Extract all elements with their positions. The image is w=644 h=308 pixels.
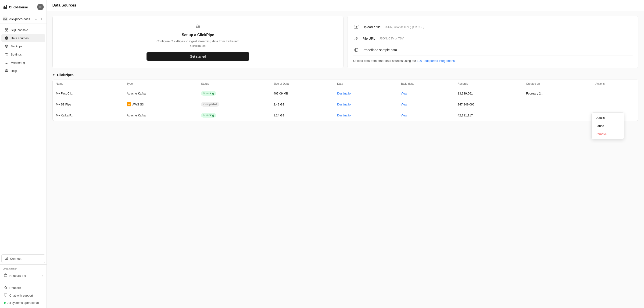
aws-icon: S3 — [127, 102, 131, 106]
avatar[interactable]: CH — [37, 4, 44, 10]
destination-link[interactable]: Destination — [337, 92, 352, 95]
sidebar-item-monitoring[interactable]: Monitoring — [2, 59, 45, 66]
col-data: Data — [334, 80, 398, 88]
dropdown-item-remove[interactable]: Remove — [592, 130, 624, 138]
type-icon: S3 AWS S3 — [127, 102, 144, 106]
add-workspace-button[interactable]: + — [39, 16, 44, 21]
svg-point-12 — [6, 71, 7, 72]
database-icon — [5, 36, 8, 40]
section-toggle-icon[interactable]: ▼ — [52, 73, 55, 77]
row-data[interactable]: Destination — [334, 88, 398, 99]
sidebar-item-label: Data sources — [11, 36, 29, 40]
row-actions[interactable]: ⋮ — [592, 99, 638, 110]
sidebar-item-label: Help — [11, 69, 17, 73]
wave-icon: ≋ — [195, 22, 201, 30]
status-dot-icon — [4, 302, 6, 304]
svg-point-14 — [6, 258, 7, 259]
row-name: My S3 Pipe — [52, 99, 124, 110]
status-label: All systems operational — [8, 301, 39, 305]
link-icon — [353, 35, 360, 42]
org-item[interactable]: Rhubarb Inc › — [3, 272, 44, 279]
sidebar-item-backups[interactable]: Backups — [2, 42, 45, 50]
star-icon — [4, 286, 8, 290]
main-area: Data Sources ≋ Set up a ClickPipe Config… — [47, 0, 644, 308]
sidebar-item-chat-support[interactable]: Chat with support — [3, 292, 44, 299]
org-label: Organization — [3, 267, 44, 270]
sidebar-footer: Rhubarb Chat with support All systems op… — [0, 282, 46, 308]
view-link[interactable]: View — [401, 114, 407, 117]
svg-rect-3 — [7, 30, 8, 31]
upload-card: Upload a file JSON, CSV or TSV (up to 5G… — [347, 16, 638, 68]
connect-icon — [4, 256, 8, 261]
row-data[interactable]: Destination — [334, 99, 398, 110]
chat-icon — [4, 293, 8, 298]
clickpipes-table-container: Name Type Status Size of Data Data Table… — [52, 80, 638, 121]
view-link[interactable]: View — [401, 103, 407, 106]
row-status: Running — [198, 110, 270, 121]
actions-menu-button[interactable]: ⋮ — [596, 102, 602, 107]
clickpipes-section-title: ClickPipes — [57, 73, 74, 77]
sidebar-org: Organization Rhubarb Inc › — [0, 264, 46, 282]
chevron-right-icon: › — [42, 274, 43, 278]
dropdown-item-pause[interactable]: Pause — [592, 122, 624, 130]
row-size: 1.24 GB — [270, 110, 334, 121]
row-type: Apache Kafka — [124, 88, 198, 99]
row-actions[interactable]: ⋮ — [592, 88, 638, 99]
table-row: My First Cli... Apache Kafka Running 407… — [52, 88, 638, 99]
table-row: My S3 Pipe S3 AWS S3 Completed 2.49 GB — [52, 99, 638, 110]
sidebar-item-data-sources[interactable]: Data sources — [2, 34, 45, 42]
predefined-data-option[interactable]: Predefined sample data — [353, 44, 632, 56]
file-url-option[interactable]: File URL JSON, CSV or TSV — [353, 33, 632, 44]
sample-data-icon — [353, 47, 360, 53]
svg-point-8 — [6, 53, 6, 54]
sidebar-nav: SQL console Data sources Backups — [0, 24, 46, 253]
sidebar-item-label: Settings — [11, 53, 22, 56]
row-name: My Kafka P... — [52, 110, 124, 121]
row-type: S3 AWS S3 — [124, 99, 198, 110]
app-name: ClickHouse — [9, 5, 28, 9]
destination-link[interactable]: Destination — [337, 103, 352, 106]
row-records: 247,249,096 — [454, 99, 523, 110]
sidebar-item-help[interactable]: Help — [2, 67, 45, 75]
destination-link[interactable]: Destination — [337, 114, 352, 117]
row-type-label: Apache Kafka — [127, 114, 146, 117]
upload-file-option[interactable]: Upload a file JSON, CSV or TSV (up to 5G… — [353, 21, 632, 33]
clickpipes-table: Name Type Status Size of Data Data Table… — [52, 80, 638, 121]
clickpipe-card-title: Set up a ClickPipe — [182, 33, 214, 37]
row-created: February 2... — [523, 88, 592, 99]
row-records: 13,939,561 — [454, 88, 523, 99]
connect-button[interactable]: Connect — [2, 254, 45, 263]
page-title: Data Sources — [52, 3, 638, 7]
row-records: 42,211,117 — [454, 110, 523, 121]
svg-point-9 — [7, 55, 8, 55]
col-actions: Actions — [592, 80, 638, 88]
row-data[interactable]: Destination — [334, 110, 398, 121]
get-started-button[interactable]: Get started — [146, 52, 249, 61]
sidebar-item-rhubarb[interactable]: Rhubarb — [3, 284, 44, 292]
col-table-data: Table data — [398, 80, 454, 88]
connect-label: Connect — [10, 257, 21, 260]
row-table-data[interactable]: View — [398, 110, 454, 121]
clickpipe-card-description: Configure ClickPipes to ingest streaming… — [156, 39, 240, 48]
actions-menu-button[interactable]: ⋮ — [596, 91, 602, 96]
sidebar-item-sql-console[interactable]: SQL console — [2, 26, 45, 34]
workspace-icon: aws — [3, 16, 8, 21]
svg-rect-2 — [5, 30, 6, 31]
sidebar: ClickHouse CH aws clickpipes-docs ⌄ + SQ… — [0, 0, 47, 308]
status-badge: Running — [201, 91, 216, 96]
sidebar-item-label: Monitoring — [11, 61, 25, 64]
row-name: My First Cli... — [52, 88, 124, 99]
svg-rect-10 — [5, 61, 8, 63]
sidebar-item-label: SQL console — [11, 28, 28, 32]
view-link[interactable]: View — [401, 92, 407, 95]
sidebar-item-settings[interactable]: Settings — [2, 50, 45, 58]
workspace-name: clickpipes-docs — [9, 17, 33, 21]
workspace-selector[interactable]: aws clickpipes-docs ⌄ + — [0, 14, 46, 24]
integration-link[interactable]: 100+ supported integrations. — [417, 59, 456, 63]
dropdown-item-details[interactable]: Details — [592, 114, 624, 122]
row-table-data[interactable]: View — [398, 88, 454, 99]
row-table-data[interactable]: View — [398, 99, 454, 110]
clickpipes-section-header: ▼ ClickPipes — [52, 73, 638, 77]
svg-point-4 — [5, 37, 8, 38]
rhubarb-label: Rhubarb — [9, 286, 21, 290]
